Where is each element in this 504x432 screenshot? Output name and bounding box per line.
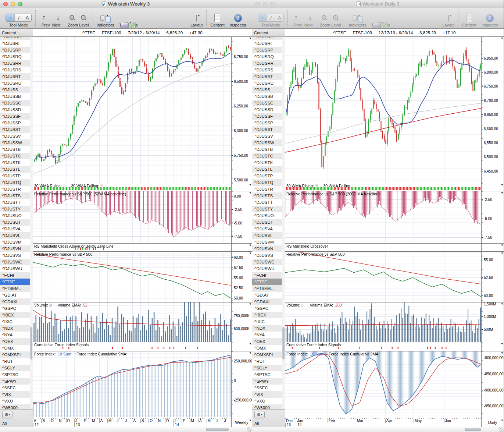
crosshair-tool-button[interactable]: + — [6, 14, 14, 21]
sidebar-symbol-item[interactable]: ^DJUSRS — [252, 67, 285, 73]
sidebar-symbol-item[interactable]: ^DJUSSV — [0, 133, 33, 139]
zoom-in-icon[interactable]: + — [81, 15, 86, 20]
sidebar-symbol-item[interactable]: ^FTSE — [252, 279, 285, 285]
sidebar-symbol-item[interactable]: ^OEX — [252, 338, 285, 345]
sidebar-symbol-item[interactable]: ^NDX — [0, 325, 33, 332]
panel-menu-caret[interactable]: ▾ — [249, 183, 251, 187]
sidebar-symbol-item[interactable]: ^DJUSRP — [252, 47, 285, 53]
sidebar-symbol-item[interactable]: ^DJUSSB — [252, 93, 285, 100]
panel-menu-caret[interactable]: ▾ — [249, 351, 251, 355]
panel-menu-caret[interactable]: ▾ — [501, 351, 503, 355]
indicators-icon[interactable] — [105, 15, 106, 22]
layout-icon[interactable] — [448, 15, 449, 22]
sidebar-symbol-item[interactable]: ^DJUSRT — [0, 73, 33, 80]
sidebar-symbol-item[interactable]: ^GSPC — [0, 305, 33, 312]
sidebar-symbol-item[interactable]: ^NDX — [252, 325, 285, 332]
inspector-icon[interactable]: i — [486, 14, 494, 22]
sidebar-symbol-item[interactable]: ^FTSEM… — [252, 285, 285, 292]
sidebar-symbol-item[interactable]: ^RUT — [252, 358, 285, 365]
panel-menu-caret[interactable]: ▾ — [501, 302, 503, 306]
volume-chart-canvas[interactable] — [33, 302, 231, 342]
sidebar-symbol-item[interactable]: ^DJUSSD — [252, 106, 285, 113]
sidebar-symbol-item[interactable]: ^DJUSTQ — [0, 179, 33, 186]
sidebar-symbol-item[interactable]: ^DJUSVN — [0, 245, 33, 252]
sidebar-symbol-item[interactable]: ^DJUSVS — [252, 252, 285, 259]
sidebar-symbol-item[interactable]: ^DJUSTR — [252, 186, 285, 192]
rphist-chart-canvas[interactable] — [285, 191, 481, 243]
sidebar-symbol-item[interactable]: ^DJUSSF — [0, 113, 33, 120]
sidebar-symbol-item[interactable]: ^DJUSTL — [0, 166, 33, 173]
sidebar-symbol-item[interactable]: ^DJUSWC — [0, 259, 33, 265]
sidebar-symbol-item[interactable]: ^DJUSRU — [0, 80, 33, 86]
sidebar-symbol-item[interactable]: ^DJUSSC — [252, 100, 285, 106]
panel-menu-caret[interactable]: ▾ — [501, 37, 503, 40]
price-chart-canvas[interactable] — [33, 37, 231, 183]
sidebar-symbol-item[interactable]: ^DJUSUO — [252, 212, 285, 219]
symbol-list[interactable]: ^DJUSRH^DJUSRI^DJUSRP^DJUSRQ^DJUSRR^DJUS… — [252, 37, 285, 409]
trendline-tool-button[interactable]: / — [14, 14, 23, 21]
layout-icon[interactable] — [196, 15, 197, 22]
sidebar-symbol-item[interactable]: ^DJUSSC — [0, 100, 33, 106]
sidebar-symbol-item[interactable]: ^DJUSUT — [0, 219, 33, 226]
sidebar-symbol-item[interactable]: ^DJUSTS — [0, 192, 33, 199]
panel-menu-caret[interactable]: ▾ — [249, 342, 251, 346]
zoom-out-icon[interactable]: − — [69, 15, 74, 20]
panel-menu-caret[interactable]: ▾ — [249, 302, 251, 306]
resize-grip[interactable] — [499, 427, 503, 432]
sidebar-symbol-item[interactable]: ^GD.AT — [252, 292, 285, 298]
sidebar-symbol-item[interactable]: ^DJUSVA — [252, 226, 285, 232]
sidebar-symbol-item[interactable]: ^FCHI — [252, 272, 285, 279]
indicators-icon[interactable] — [357, 15, 358, 22]
sidebar-symbol-item[interactable]: ^OEX — [0, 338, 33, 345]
sidebar-symbol-item[interactable]: ^IBEX — [252, 312, 285, 318]
sidebar-symbol-item[interactable]: ^SPWY — [0, 378, 33, 385]
next-icon[interactable]: ⇣ — [54, 14, 63, 22]
sidebar-symbol-item[interactable]: ^DJUSSP — [252, 120, 285, 126]
panel-menu-caret[interactable]: ▾ — [501, 252, 503, 255]
resize-grip[interactable] — [247, 427, 251, 432]
horizontal-scrollbar-thumb[interactable] — [465, 428, 481, 431]
prev-icon[interactable]: ⇡ — [39, 14, 49, 22]
horizontal-scrollbar-thumb[interactable] — [206, 428, 229, 431]
sidebar-symbol-item[interactable]: ^DJUSTP — [0, 173, 33, 179]
rpline-chart-canvas[interactable] — [285, 252, 481, 302]
sidebar-symbol-item[interactable]: ^DJUSVM — [252, 239, 285, 245]
periodicity-selector[interactable]: Daily ▾ — [481, 418, 504, 427]
sidebar-symbol-item[interactable]: ^GD.AT — [0, 292, 33, 298]
sidebar-symbol-item[interactable]: ^DJUSTQ — [252, 179, 285, 186]
sidebar-symbol-item[interactable]: ^DJUSS — [0, 86, 33, 93]
sidebar-symbol-item[interactable]: ^DJUSTC — [0, 153, 33, 159]
sidebar-symbol-item[interactable]: ^DJUSVA — [0, 226, 33, 232]
sidebar-symbol-item[interactable]: ^OMX — [0, 345, 33, 351]
sidebar-symbol-item[interactable]: ^DJUSRU — [252, 80, 285, 86]
sidebar-symbol-item[interactable]: ^DJUSRP — [0, 47, 33, 53]
panel-menu-caret[interactable]: ▾ — [501, 183, 503, 187]
prev-icon[interactable]: ⇡ — [292, 14, 301, 22]
sidebar-symbol-item[interactable]: ^DJUSVM — [0, 239, 33, 245]
sidebar-symbol-item[interactable]: ^DJUSTT — [0, 199, 33, 206]
sidebar-symbol-item[interactable]: ^IXIC — [252, 318, 285, 325]
panel-menu-caret[interactable]: ▾ — [501, 191, 503, 195]
sidebar-symbol-item[interactable]: ^W5000 — [252, 404, 285, 409]
sidebar-symbol-item[interactable]: ^DJUSST — [252, 126, 285, 133]
gear-button[interactable]: ⚙▾ — [2, 411, 12, 418]
force-chart-canvas[interactable] — [33, 351, 231, 417]
sidebar-symbol-item[interactable]: ^SSEC — [252, 385, 285, 391]
sidebar-symbol-item[interactable]: ^GDAXI — [252, 298, 285, 305]
sidebar-symbol-item[interactable]: ^DJUSRI — [0, 40, 33, 47]
sidebar-symbol-item[interactable]: ^DJUSWU — [252, 265, 285, 272]
text-tool-button[interactable]: A — [23, 14, 31, 21]
panel-menu-caret[interactable]: ▾ — [249, 191, 251, 195]
sidebar-header[interactable]: Content — [0, 29, 33, 37]
price-chart-canvas[interactable] — [285, 37, 481, 183]
zoom-out-icon[interactable]: − — [322, 15, 326, 20]
sidebar-scrollbar[interactable] — [282, 37, 285, 409]
sidebar-symbol-item[interactable]: ^DJUSSB — [0, 93, 33, 100]
rpline-chart-canvas[interactable] — [33, 252, 231, 302]
rphist-chart-canvas[interactable] — [33, 191, 231, 243]
sidebar-symbol-item[interactable]: ^GSPC — [252, 305, 285, 312]
sidebar-symbol-item[interactable]: ^DJUSRH — [0, 37, 33, 40]
periodicity-selector[interactable]: Weekly ▾ — [231, 418, 252, 427]
sidebar-symbol-item[interactable]: ^DJUSRR — [0, 60, 33, 67]
sidebar-symbol-item[interactable]: ^SSEC — [0, 385, 33, 391]
